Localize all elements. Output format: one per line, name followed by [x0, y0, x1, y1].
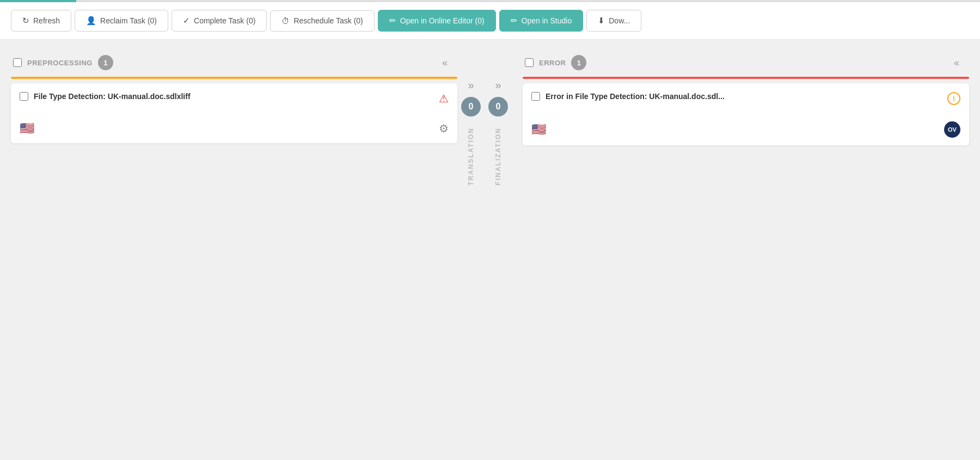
finalization-count-badge[interactable]: 0 [488, 97, 508, 116]
finalization-divider: » 0 FINALIZATION [485, 51, 512, 437]
error-status-bar [523, 77, 969, 79]
refresh-button[interactable]: ↻ Refresh [11, 10, 71, 32]
open-studio-button[interactable]: ✏ Open in Studio [499, 10, 584, 32]
task-card-top: File Type Detection: UK-manual.doc.sdlxl… [20, 92, 449, 105]
preprocessing-status-bar [11, 77, 457, 79]
refresh-label: Refresh [33, 16, 60, 25]
error-select-all[interactable] [525, 58, 534, 67]
translation-vertical-label: TRANSLATION [467, 127, 475, 186]
user-avatar: OV [944, 121, 960, 138]
finalization-vertical-label: FINALIZATION [494, 127, 502, 185]
preprocessing-task-title: File Type Detection: UK-manual.doc.sdlxl… [34, 92, 433, 101]
open-online-label: Open in Online Editor (0) [400, 16, 485, 25]
task-card-bottom: 🇺🇸 ⚙ [20, 121, 449, 136]
reschedule-task-button[interactable]: ⏱ Reschedule Task (0) [270, 10, 374, 32]
translation-expand-button[interactable]: » [464, 78, 477, 93]
user-icon: 👤 [86, 16, 96, 26]
reschedule-label: Reschedule Task (0) [293, 16, 363, 25]
complete-task-button[interactable]: ✓ Complete Task (0) [171, 10, 267, 32]
preprocessing-header: PREPROCESSING 1 « [11, 51, 457, 75]
check-icon: ✓ [183, 16, 190, 26]
finalization-count: 0 [496, 102, 501, 112]
error-collapse-button[interactable]: « [951, 56, 963, 70]
main-content: PREPROCESSING 1 « File Type Detection: U… [0, 40, 980, 448]
complete-label: Complete Task (0) [194, 16, 255, 25]
us-flag-icon: 🇺🇸 [20, 121, 34, 136]
error-task-card-bottom: 🇺🇸 OV [531, 121, 960, 138]
warning-circle-icon: ! [947, 92, 960, 105]
preprocessing-collapse-icon: « [442, 57, 448, 68]
preprocessing-select-all[interactable] [13, 58, 22, 67]
download-icon: ⬇ [598, 16, 605, 26]
reclaim-label: Reclaim Task (0) [100, 16, 157, 25]
download-label: Dow... [609, 16, 630, 25]
open-studio-label: Open in Studio [522, 16, 572, 25]
download-button[interactable]: ⬇ Dow... [586, 10, 641, 32]
preprocessing-title: PREPROCESSING [27, 59, 93, 67]
preprocessing-task-checkbox[interactable] [20, 92, 28, 101]
open-online-editor-button[interactable]: ✏ Open in Online Editor (0) [378, 10, 496, 32]
finalization-expand-button[interactable]: » [492, 78, 504, 93]
error-badge: 1 [571, 55, 586, 70]
preprocessing-badge: 1 [98, 55, 113, 70]
toolbar: ↻ Refresh 👤 Reclaim Task (0) ✓ Complete … [0, 2, 980, 40]
columns-container: PREPROCESSING 1 « File Type Detection: U… [11, 51, 969, 437]
edit-studio-icon: ✏ [511, 16, 518, 26]
preprocessing-column: PREPROCESSING 1 « File Type Detection: U… [11, 51, 457, 437]
refresh-icon: ↻ [22, 16, 29, 26]
preprocessing-task-card: File Type Detection: UK-manual.doc.sdlxl… [11, 83, 457, 143]
gear-settings-icon: ⚙ [439, 122, 449, 135]
translation-count-badge[interactable]: 0 [461, 97, 481, 116]
error-us-flag-icon: 🇺🇸 [531, 122, 546, 137]
error-task-card: Error in File Type Detection: UK-manual.… [523, 83, 969, 145]
error-task-checkbox[interactable] [531, 92, 540, 101]
clock-icon: ⏱ [281, 16, 290, 26]
preprocessing-header-left: PREPROCESSING 1 [13, 55, 113, 70]
translation-divider: » 0 TRANSLATION [457, 51, 485, 437]
error-task-title: Error in File Type Detection: UK-manual.… [546, 92, 942, 101]
error-exclamation-icon: ⚠ [439, 92, 449, 105]
error-title: ERROR [539, 59, 566, 67]
reclaim-task-button[interactable]: 👤 Reclaim Task (0) [75, 10, 168, 32]
translation-count: 0 [469, 102, 474, 112]
edit-online-icon: ✏ [389, 16, 396, 26]
error-column: ERROR 1 « Error in File Type Detection: … [523, 51, 969, 437]
error-task-card-top: Error in File Type Detection: UK-manual.… [531, 92, 960, 105]
error-header: ERROR 1 « [523, 51, 969, 75]
preprocessing-collapse-button[interactable]: « [439, 56, 451, 70]
error-header-left: ERROR 1 [525, 55, 586, 70]
spacer [512, 51, 523, 437]
error-collapse-icon: « [954, 57, 959, 68]
